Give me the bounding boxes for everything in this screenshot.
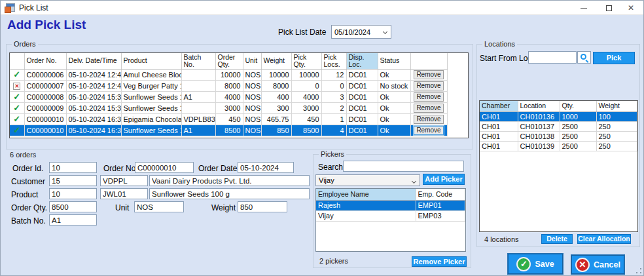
window-title: Pick List — [19, 3, 48, 12]
cancel-x-icon: ✕ — [575, 258, 590, 272]
order-no-field[interactable] — [135, 162, 194, 173]
page-title: Add Pick List — [7, 18, 86, 32]
picked-ok-icon: ✓ — [13, 92, 20, 102]
col-location[interactable]: Location — [518, 101, 560, 111]
save-check-icon: ✓ — [516, 257, 531, 271]
remove-picker-button[interactable]: Remove Picker — [412, 256, 467, 267]
picker-row-selected[interactable]: Rajesh EMP01 — [316, 200, 465, 210]
remove-order-button[interactable]: Remove — [414, 115, 444, 124]
remove-order-button[interactable]: Remove — [414, 70, 444, 79]
customer-id-field[interactable] — [49, 175, 97, 186]
cancel-button-label: Cancel — [594, 260, 620, 269]
pick-list-date-picker[interactable]: 05/10/2024 — [331, 25, 391, 39]
clear-allocation-button[interactable]: Clear Allocation — [577, 234, 631, 244]
close-button[interactable]: ✕ — [621, 1, 641, 15]
product-label: Product — [11, 190, 38, 199]
col-row-icon[interactable] — [10, 53, 24, 69]
batch-no-field[interactable] — [49, 214, 97, 226]
col-unit[interactable]: Unit — [243, 53, 261, 69]
pickers-count: 2 pickers — [319, 257, 348, 265]
maximize-button[interactable] — [599, 1, 618, 15]
order-row[interactable]: ✓ C00000010 05-10-2024 16:34 Epigamia Ch… — [10, 113, 468, 125]
add-picker-button[interactable]: Add Picker — [423, 174, 465, 185]
picker-dropdown-value: Vijay — [319, 176, 334, 184]
unit-field[interactable] — [134, 201, 184, 212]
save-button-label: Save — [535, 260, 554, 269]
location-row[interactable]: CH01 CH010137 2500 250 — [480, 121, 637, 131]
col-weight[interactable]: Weight — [261, 53, 291, 69]
order-id-field[interactable] — [49, 162, 97, 173]
weight-field[interactable] — [238, 201, 287, 212]
order-id-label: Order Id. — [12, 164, 43, 173]
col-disp-loc[interactable]: Disp. Loc. — [346, 53, 378, 69]
product-id-field[interactable] — [49, 188, 97, 199]
pick-button[interactable]: Pick — [593, 52, 635, 64]
minimize-button[interactable] — [574, 1, 594, 15]
unit-label: Unit — [115, 203, 129, 212]
order-no-label: Order No. — [103, 164, 138, 173]
picker-row[interactable]: Vijay EMP03 — [316, 210, 465, 221]
order-row[interactable]: ✓ C00000006 05-10-2024 12:46 Amul Cheese… — [10, 69, 468, 80]
remove-order-button[interactable]: Remove — [414, 92, 444, 102]
remove-order-button[interactable]: Remove — [414, 104, 444, 113]
picker-search-input[interactable] — [343, 161, 464, 172]
picked-ok-icon: ✓ — [13, 125, 20, 135]
order-row-selected[interactable]: ✓ C00000010 05-10-2024 16:34 Sunflower S… — [10, 125, 468, 136]
col-loc-weight[interactable]: Weight — [596, 101, 637, 111]
col-batch-no[interactable]: Batch No. — [181, 53, 215, 69]
customer-code-field[interactable] — [100, 175, 148, 186]
order-row[interactable]: ✓ C00000008 05-10-2024 15:32 Sunflower S… — [10, 91, 468, 102]
save-button[interactable]: ✓ Save — [508, 254, 563, 274]
col-qty[interactable]: Qty. — [560, 101, 596, 111]
delete-location-button[interactable]: Delete — [541, 234, 573, 244]
orders-table: Order No. Delv. Date/Time Product Batch … — [9, 52, 469, 138]
search-icon — [581, 54, 586, 60]
col-emp-code[interactable]: Emp. Code — [416, 189, 465, 200]
minimize-icon — [581, 8, 587, 9]
product-code-field[interactable] — [100, 188, 148, 199]
remove-order-button[interactable]: Remove — [414, 126, 444, 135]
col-order-qty[interactable]: Order Qty. — [215, 53, 243, 69]
order-row[interactable]: ✓ C00000009 05-10-2024 15:33 Sunflower S… — [10, 102, 468, 113]
orders-header-row: Order No. Delv. Date/Time Product Batch … — [10, 53, 468, 69]
col-order-no[interactable]: Order No. — [24, 53, 66, 69]
col-delv-datetime[interactable]: Delv. Date/Time — [66, 53, 121, 69]
picker-dropdown[interactable]: Vijay — [315, 174, 420, 186]
picked-ok-icon: ✓ — [13, 103, 20, 113]
weight-label: Weight — [211, 203, 236, 212]
batch-no-label: Batch No. — [11, 216, 46, 226]
locations-table: Chamber Location Qty. Weight CH01 CH0101… — [479, 100, 638, 232]
order-row[interactable]: ✕ C00000007 05-10-2024 12:47 Veg Burger … — [10, 80, 468, 91]
locations-header-row: Chamber Location Qty. Weight — [480, 101, 637, 111]
order-date-label: Order Date — [198, 164, 237, 173]
locations-count: 4 locations — [484, 235, 519, 243]
pick-list-date-value: 05/10/2024 — [334, 28, 370, 36]
product-name-field[interactable] — [149, 188, 310, 199]
pickers-header-row: Employee Name Emp. Code — [316, 189, 465, 200]
no-stock-error-icon: ✕ — [13, 83, 20, 90]
location-row[interactable]: CH01 CH010138 2500 250 — [480, 131, 637, 141]
customer-label: Customer — [11, 177, 45, 186]
order-qty-field[interactable] — [49, 201, 97, 212]
location-row-selected[interactable]: CH01 CH010136 1000 100 — [480, 111, 637, 121]
locations-group-label: Locations — [482, 40, 517, 48]
order-date-field[interactable] — [238, 162, 294, 173]
cancel-button[interactable]: ✕ Cancel — [571, 255, 624, 274]
col-chamber[interactable]: Chamber — [480, 101, 518, 111]
col-product[interactable]: Product — [121, 53, 181, 69]
customer-name-field[interactable] — [149, 175, 310, 186]
col-remove[interactable] — [410, 53, 447, 69]
col-pick-qty[interactable]: Pick Qty. — [291, 53, 321, 69]
orders-count: 6 orders — [10, 151, 36, 159]
col-employee-name[interactable]: Employee Name — [316, 189, 416, 200]
location-row[interactable]: CH01 CH010139 2500 250 — [480, 141, 637, 151]
remove-order-button[interactable]: Remove — [414, 81, 444, 90]
start-from-loc-input[interactable] — [528, 51, 577, 64]
location-search-button[interactable] — [577, 51, 591, 64]
resize-grip[interactable] — [636, 268, 641, 273]
pickers-table: Employee Name Emp. Code Rajesh EMP01 Vij… — [315, 188, 466, 252]
col-status[interactable]: Status — [378, 53, 410, 69]
pick-list-date-label: Pick List Date — [278, 28, 326, 37]
col-pick-locs[interactable]: Pick Locs. — [321, 53, 346, 69]
picker-search-label: Search — [318, 163, 343, 172]
